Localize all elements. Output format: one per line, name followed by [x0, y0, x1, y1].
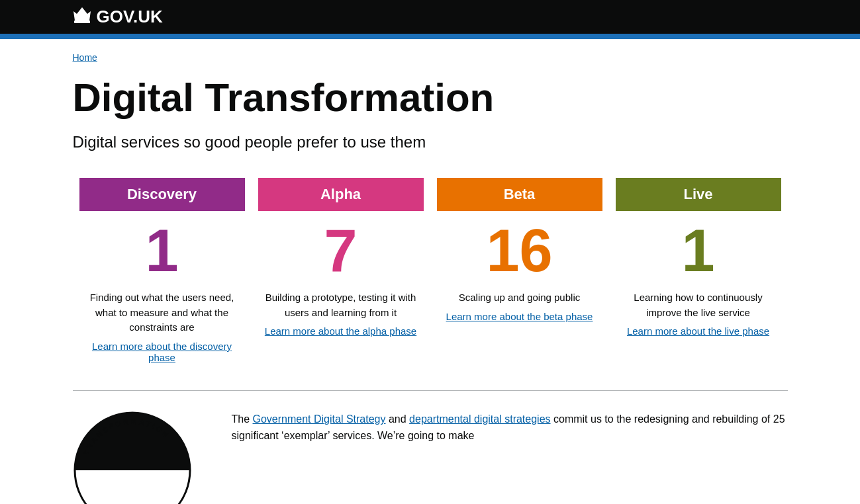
blue-bar: [0, 34, 860, 39]
phase-col-beta: Beta 16 Scaling up and going public Lear…: [430, 178, 609, 364]
phase-number-discovery: 1: [79, 221, 245, 280]
phase-desc-discovery: Finding out what the users need, what to…: [79, 290, 245, 335]
phase-label-alpha: Alpha: [258, 178, 424, 211]
phases-grid: Discovery 1 Finding out what the users n…: [73, 178, 788, 364]
phase-label-beta: Beta: [437, 178, 602, 211]
phase-link-alpha[interactable]: Learn more about the alpha phase: [265, 325, 416, 337]
phase-link-discovery[interactable]: Learn more about the discovery phase: [79, 341, 245, 363]
main-content: Home Digital Transformation Digital serv…: [53, 39, 808, 504]
transformation-logo: TRANSFORMATION: [73, 411, 205, 505]
phase-label-discovery: Discovery: [79, 178, 245, 211]
bottom-section: TRANSFORMATION The Government Digital St…: [73, 411, 788, 505]
gds-strategy-link[interactable]: Government Digital Strategy: [253, 413, 386, 425]
departmental-strategy-link[interactable]: departmental digital strategies: [409, 413, 550, 425]
phase-desc-beta: Scaling up and going public: [437, 290, 602, 306]
svg-rect-0: [74, 21, 90, 23]
phase-label-live: Live: [616, 178, 781, 211]
gov-uk-logo[interactable]: GOV.UK: [73, 7, 163, 27]
phase-col-alpha: Alpha 7 Building a prototype, testing it…: [252, 178, 430, 364]
phase-desc-alpha: Building a prototype, testing it with us…: [258, 290, 424, 320]
page-subtitle: Digital services so good people prefer t…: [73, 133, 788, 151]
phase-number-alpha: 7: [258, 221, 424, 280]
page-title: Digital Transformation: [73, 76, 788, 120]
breadcrumb-home-link[interactable]: Home: [73, 52, 97, 63]
phase-col-live: Live 1 Learning how to continuously impr…: [609, 178, 788, 364]
phase-number-beta: 16: [437, 221, 602, 280]
phase-col-discovery: Discovery 1 Finding out what the users n…: [73, 178, 252, 364]
phase-desc-live: Learning how to continuously improve the…: [616, 290, 781, 320]
site-header: GOV.UK: [0, 0, 860, 34]
phase-link-beta[interactable]: Learn more about the beta phase: [446, 311, 593, 322]
phase-number-live: 1: [616, 221, 781, 280]
bottom-text-and: and: [386, 413, 410, 425]
bottom-text-prefix: The: [232, 413, 253, 425]
bottom-description: The Government Digital Strategy and depa…: [232, 411, 788, 444]
breadcrumb: Home: [73, 52, 788, 63]
section-divider: [73, 390, 788, 391]
phase-link-live[interactable]: Learn more about the live phase: [627, 325, 769, 337]
crown-icon: [73, 7, 91, 27]
gov-uk-text: GOV.UK: [97, 7, 163, 27]
